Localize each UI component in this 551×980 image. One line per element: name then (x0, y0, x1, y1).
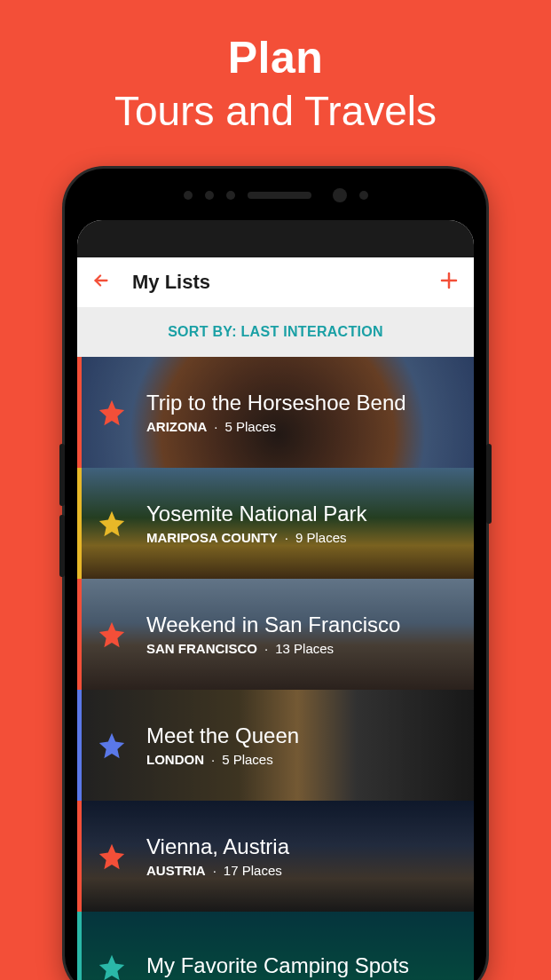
status-bar (77, 220, 474, 257)
list-item[interactable]: Vienna, Austria AUSTRIA ·17 Places (77, 801, 474, 912)
list-item[interactable]: My Favorite Camping Spots (77, 912, 474, 980)
list-item[interactable]: Meet the Queen LONDON ·5 Places (77, 690, 474, 801)
star-icon[interactable] (97, 842, 127, 872)
list-item-location: MARIPOSA COUNTY (146, 530, 278, 545)
list-item-text: Weekend in San Francisco SAN FRANCISCO ·… (146, 612, 400, 656)
list-item-title: Vienna, Austria (146, 834, 289, 859)
promo-line1: Plan (0, 32, 551, 83)
list-item-title: Meet the Queen (146, 723, 299, 748)
list-item-subtitle: SAN FRANCISCO ·13 Places (146, 641, 400, 656)
star-icon[interactable] (97, 952, 127, 981)
list-item[interactable]: Weekend in San Francisco SAN FRANCISCO ·… (77, 579, 474, 690)
list-item-location: SAN FRANCISCO (146, 641, 257, 656)
list-item-title: Trip to the Horseshoe Bend (146, 391, 406, 415)
list-item-subtitle: ARIZONA ·5 Places (146, 419, 406, 434)
back-arrow-icon[interactable] (91, 271, 111, 294)
list-item-location: LONDON (146, 752, 204, 767)
list-item-text: Yosemite National Park MARIPOSA COUNTY ·… (146, 502, 367, 545)
list-item[interactable]: Trip to the Horseshoe Bend ARIZONA ·5 Pl… (77, 357, 474, 468)
sort-by-label: SORT BY: LAST INTERACTION (168, 324, 383, 340)
app-bar: My Lists (77, 257, 474, 307)
list-item-text: My Favorite Camping Spots (146, 953, 409, 981)
appbar-title: My Lists (132, 271, 438, 294)
list-item-places: 9 Places (295, 530, 347, 545)
lists-container: Trip to the Horseshoe Bend ARIZONA ·5 Pl… (77, 357, 474, 980)
list-item-title: Weekend in San Francisco (146, 612, 400, 637)
star-icon[interactable] (97, 731, 127, 761)
list-item-subtitle: LONDON ·5 Places (146, 752, 299, 767)
star-icon[interactable] (97, 398, 127, 428)
phone-bezel (65, 169, 486, 222)
list-item-location: AUSTRIA (146, 863, 206, 878)
list-item-places: 17 Places (224, 863, 282, 878)
list-item[interactable]: Yosemite National Park MARIPOSA COUNTY ·… (77, 468, 474, 579)
list-item-places: 5 Places (222, 752, 273, 767)
list-item-title: Yosemite National Park (146, 502, 367, 526)
list-item-places: 5 Places (225, 419, 277, 434)
list-item-text: Vienna, Austria AUSTRIA ·17 Places (146, 834, 289, 878)
list-item-location: ARIZONA (146, 419, 207, 434)
star-icon[interactable] (97, 620, 127, 650)
list-item-subtitle: MARIPOSA COUNTY ·9 Places (146, 530, 367, 545)
list-item-text: Meet the Queen LONDON ·5 Places (146, 723, 299, 767)
phone-screen: My Lists SORT BY: LAST INTERACTION Trip … (77, 220, 474, 980)
add-list-icon[interactable] (438, 270, 460, 295)
star-icon[interactable] (97, 509, 127, 539)
promo-line2: Tours and Travels (0, 87, 551, 135)
promo-heading: Plan Tours and Travels (0, 0, 551, 135)
list-item-subtitle: AUSTRIA ·17 Places (146, 863, 289, 878)
list-item-text: Trip to the Horseshoe Bend ARIZONA ·5 Pl… (146, 391, 406, 434)
list-item-places: 13 Places (275, 641, 334, 656)
list-item-title: My Favorite Camping Spots (146, 953, 409, 978)
phone-frame: My Lists SORT BY: LAST INTERACTION Trip … (65, 169, 486, 980)
sort-by-button[interactable]: SORT BY: LAST INTERACTION (77, 307, 474, 357)
